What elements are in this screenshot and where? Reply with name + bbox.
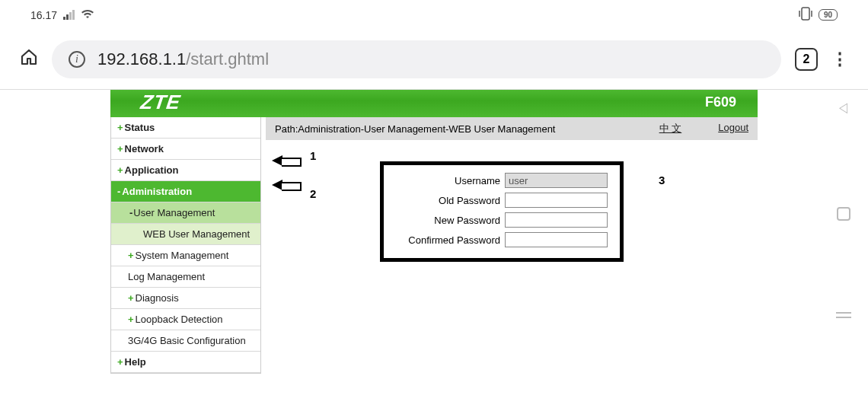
address-bar[interactable]: i 192.168.1.1/start.ghtml xyxy=(52,40,781,78)
svg-rect-0 xyxy=(802,8,809,20)
annotation-arrow-2 xyxy=(272,180,302,190)
nav-diagnosis[interactable]: +Diagnosis xyxy=(111,288,260,309)
nav-loopback[interactable]: +Loopback Detection xyxy=(111,309,260,330)
annotation-number-1: 1 xyxy=(310,149,316,162)
confirmed-password-label: Confirmed Password xyxy=(408,234,500,246)
annotation-number-3: 3 xyxy=(659,174,665,186)
annotation-number-2: 2 xyxy=(310,187,316,200)
site-info-icon[interactable]: i xyxy=(69,51,85,68)
nav-administration[interactable]: -Administration xyxy=(111,181,260,202)
router-header: ZTE F609 xyxy=(110,90,758,117)
clock: 16.17 xyxy=(30,9,57,21)
mobile-status-bar: 16.17 90 xyxy=(0,0,868,30)
language-link[interactable]: 中 文 xyxy=(659,122,682,135)
nav-log-management[interactable]: Log Management xyxy=(111,266,260,288)
old-password-label: Old Password xyxy=(439,195,500,206)
router-admin-page: ZTE F609 +Status +Network +Application -… xyxy=(110,90,758,374)
nav-network[interactable]: +Network xyxy=(111,139,260,160)
device-side-controls: ◁ xyxy=(824,0,863,411)
browser-toolbar: i 192.168.1.1/start.ghtml 2 ⋮ xyxy=(0,30,868,90)
nav-system-management[interactable]: +System Management xyxy=(111,245,260,266)
wifi-icon xyxy=(81,8,94,22)
content-area: Path:Administration-User Management-WEB … xyxy=(266,117,758,374)
username-input xyxy=(505,173,608,188)
nav-web-user-management[interactable]: WEB User Management xyxy=(111,224,260,245)
nav-help[interactable]: +Help xyxy=(111,352,260,373)
vibrate-icon xyxy=(797,6,814,24)
nav-status[interactable]: +Status xyxy=(111,117,260,139)
url-text: 192.168.1.1/start.ghtml xyxy=(97,49,269,69)
signal-icon xyxy=(63,10,75,20)
breadcrumb-bar: Path:Administration-User Management-WEB … xyxy=(266,117,758,140)
breadcrumb-text: Path:Administration-User Management-WEB … xyxy=(275,123,555,135)
sidebar-nav: +Status +Network +Application -Administr… xyxy=(110,117,261,374)
username-label: Username xyxy=(455,175,500,186)
side-back-icon[interactable]: ◁ xyxy=(839,99,847,116)
new-password-label: New Password xyxy=(434,215,500,226)
password-form-box: Username Old Password New Password Confi… xyxy=(380,161,624,262)
tabs-button[interactable]: 2 xyxy=(795,48,818,71)
logout-link[interactable]: Logout xyxy=(718,122,748,135)
old-password-input[interactable] xyxy=(505,193,608,208)
home-icon[interactable] xyxy=(20,48,38,71)
new-password-input[interactable] xyxy=(505,212,608,228)
annotation-arrow-1 xyxy=(272,155,302,166)
side-menu-icon[interactable] xyxy=(836,312,851,318)
brand-logo: ZTE xyxy=(139,91,182,114)
side-checkbox-icon[interactable] xyxy=(837,207,850,221)
model-label: F609 xyxy=(705,94,736,110)
confirmed-password-input[interactable] xyxy=(505,232,608,247)
nav-user-management[interactable]: -User Management xyxy=(111,202,260,224)
nav-3g4g-config[interactable]: 3G/4G Basic Configuration xyxy=(111,330,260,352)
nav-application[interactable]: +Application xyxy=(111,160,260,181)
